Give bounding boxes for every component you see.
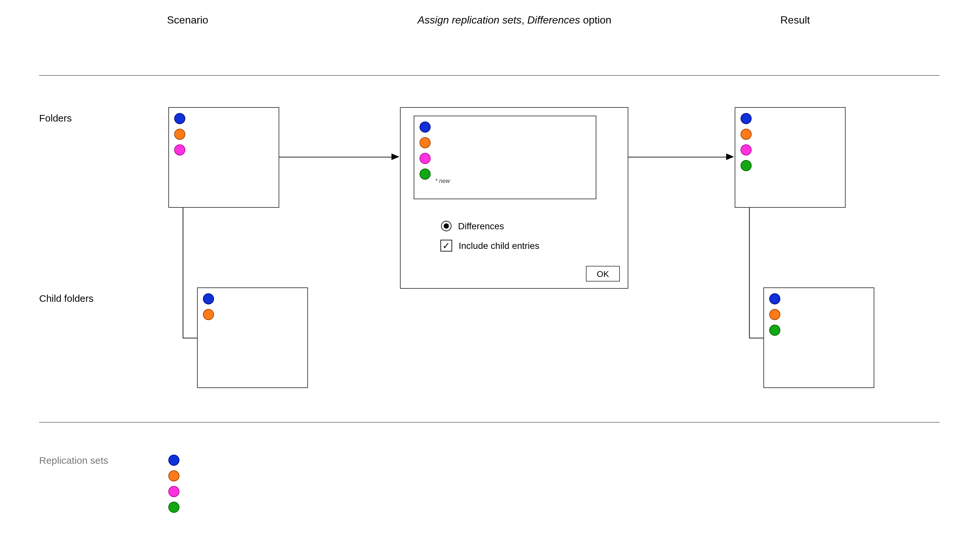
- dot-orange-icon: [168, 470, 180, 481]
- dialog-list-dots: [420, 121, 431, 180]
- result-parent-dots: [741, 113, 752, 171]
- result-child-box: [764, 287, 874, 388]
- result-parent-box: [735, 107, 846, 208]
- dot-magenta-icon: [174, 144, 185, 155]
- dot-blue-icon: [769, 293, 780, 304]
- ok-button[interactable]: OK: [586, 266, 620, 281]
- result-tree-horizontal: [749, 338, 764, 339]
- dot-green-icon: [168, 502, 180, 513]
- dialog-box: * new Differences ✓ Include child entrie…: [400, 107, 628, 289]
- dot-orange-icon: [203, 309, 214, 320]
- divider-bottom: [39, 422, 940, 423]
- arrow-scenario-to-dialog: [279, 157, 391, 157]
- checkbox-include-children[interactable]: ✓ Include child entries: [441, 240, 539, 251]
- dot-orange-icon: [420, 137, 431, 148]
- radio-icon: [441, 221, 452, 231]
- checkbox-icon: ✓: [441, 240, 452, 251]
- dot-green-icon: [741, 160, 752, 171]
- dot-blue-icon: [203, 293, 214, 304]
- ok-button-label: OK: [597, 269, 609, 279]
- arrow-head-icon: [391, 153, 399, 160]
- row-label-child-folders: Child folders: [39, 293, 94, 304]
- dot-blue-icon: [174, 113, 185, 124]
- scenario-child-box: [197, 287, 308, 388]
- result-child-dots: [769, 293, 780, 336]
- dot-blue-icon: [741, 113, 752, 124]
- dot-magenta-icon: [420, 153, 431, 164]
- dot-green-icon: [420, 169, 431, 180]
- dot-magenta-icon: [168, 486, 180, 497]
- dialog-list-box: * new: [414, 116, 597, 199]
- dot-blue-icon: [420, 121, 431, 133]
- dot-orange-icon: [741, 129, 752, 140]
- column-header-assign-part3: option: [580, 14, 611, 26]
- diagram-canvas: Scenario Assign replication sets, Differ…: [0, 0, 980, 535]
- scenario-parent-box: [168, 107, 279, 208]
- radio-differences[interactable]: Differences: [441, 221, 504, 231]
- dot-green-icon: [769, 325, 780, 336]
- dot-orange-icon: [769, 309, 780, 320]
- legend-dots: [168, 455, 180, 513]
- scenario-tree-vertical: [183, 208, 183, 338]
- column-header-assign: Assign replication sets, Differences opt…: [418, 14, 611, 26]
- column-header-scenario: Scenario: [167, 14, 208, 26]
- radio-differences-label: Differences: [458, 221, 504, 231]
- scenario-tree-horizontal: [183, 338, 197, 339]
- divider-top: [39, 75, 940, 76]
- row-label-folders: Folders: [39, 112, 72, 123]
- arrow-head-icon: [726, 153, 734, 160]
- column-header-assign-part1: Assign replication sets: [418, 14, 521, 26]
- scenario-parent-dots: [174, 113, 185, 155]
- checkbox-include-children-label: Include child entries: [459, 240, 539, 251]
- arrow-dialog-to-result: [628, 157, 726, 157]
- column-header-assign-sep: ,: [521, 14, 527, 26]
- column-header-result: Result: [780, 14, 810, 26]
- column-header-assign-part2: Differences: [527, 14, 580, 26]
- new-marker-label: * new: [435, 178, 450, 184]
- dot-blue-icon: [168, 455, 180, 466]
- scenario-child-dots: [203, 293, 214, 320]
- dot-magenta-icon: [741, 144, 752, 155]
- legend-label: Replication sets: [39, 455, 108, 466]
- result-tree-vertical: [749, 208, 750, 338]
- dot-orange-icon: [174, 129, 185, 140]
